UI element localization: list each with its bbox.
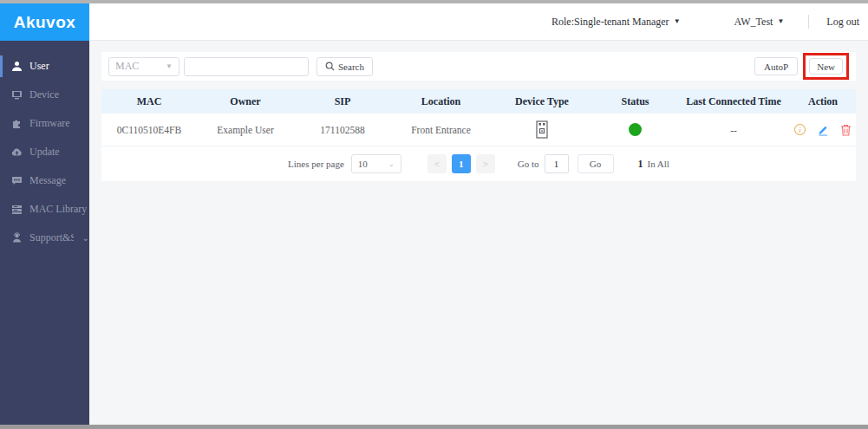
brand-logo-text: Akuvox bbox=[14, 13, 76, 32]
sidebar-nav: User Device Firmware Update Message MAC … bbox=[0, 41, 89, 425]
cell-actions: i bbox=[790, 124, 856, 136]
info-icon[interactable]: i bbox=[794, 124, 806, 135]
device-table: MAC Owner SIP Location Device Type Statu… bbox=[101, 89, 856, 181]
search-icon bbox=[325, 62, 335, 71]
column-header-status: Status bbox=[593, 95, 677, 108]
sidebar-item-support[interactable]: Support&Ser... ⌄ bbox=[0, 224, 89, 252]
filter-field-value: MAC bbox=[115, 60, 139, 73]
filter-field-select[interactable]: MAC ▼ bbox=[108, 57, 179, 76]
sidebar-item-update[interactable]: Update bbox=[0, 138, 89, 166]
goto-page-input[interactable] bbox=[545, 154, 569, 173]
chevron-down-icon: ▼ bbox=[166, 62, 173, 70]
search-input[interactable] bbox=[184, 57, 309, 76]
sidebar-item-label: Firmware bbox=[29, 117, 70, 130]
total-records: 1 In All bbox=[638, 158, 669, 171]
toolbar-right-group: AutoP New bbox=[754, 53, 849, 80]
window-bottom-edge bbox=[0, 425, 868, 429]
lines-per-page-select[interactable]: 10 ⌄ bbox=[351, 154, 401, 173]
column-header-action: Action bbox=[790, 95, 856, 108]
app-window: Akuvox Role:Single-tenant Manager ▼ AW_T… bbox=[0, 0, 868, 429]
sidebar-item-label: Support&Ser... bbox=[29, 231, 74, 244]
search-button[interactable]: Search bbox=[317, 57, 373, 76]
column-header-device-type: Device Type bbox=[491, 95, 593, 108]
goto-label: Go to bbox=[518, 159, 539, 169]
sidebar-item-firmware[interactable]: Firmware bbox=[0, 109, 89, 138]
role-dropdown[interactable]: Role:Single-tenant Manager ▼ bbox=[551, 16, 681, 29]
mac-library-icon bbox=[11, 204, 23, 215]
column-header-location: Location bbox=[391, 95, 491, 108]
support-icon bbox=[11, 232, 23, 244]
pagination-bar: Lines per page 10 ⌄ < 1 > Go to Go 1 In … bbox=[101, 146, 856, 181]
highlight-annotation-box: New bbox=[803, 53, 849, 80]
cell-sip: 171102588 bbox=[294, 125, 391, 135]
column-header-sip: SIP bbox=[294, 95, 391, 108]
page-1-button[interactable]: 1 bbox=[452, 154, 471, 173]
cell-owner: Example User bbox=[197, 125, 294, 135]
header-divider bbox=[808, 15, 809, 29]
user-icon bbox=[11, 61, 23, 72]
sidebar-item-message[interactable]: Message bbox=[0, 166, 89, 195]
column-header-owner: Owner bbox=[197, 95, 294, 108]
column-header-last-connected: Last Connected Time bbox=[677, 95, 790, 108]
cell-device-type bbox=[491, 120, 593, 139]
delete-trash-icon[interactable] bbox=[840, 124, 852, 136]
sidebar-item-device[interactable]: Device bbox=[0, 81, 89, 109]
chevron-down-icon: ▼ bbox=[777, 18, 784, 25]
cell-last-connected: -- bbox=[677, 125, 790, 135]
sidebar-item-label: Message bbox=[29, 174, 66, 187]
cell-mac: 0C110510E4FB bbox=[101, 125, 197, 135]
chevron-down-icon: ⌄ bbox=[82, 233, 89, 243]
sidebar-item-label: MAC Library bbox=[29, 203, 87, 216]
message-bubble-icon bbox=[11, 175, 23, 186]
sidebar-item-label: Device bbox=[29, 88, 59, 101]
chevron-down-icon: ⌄ bbox=[388, 160, 395, 168]
lines-per-page-label: Lines per page bbox=[288, 159, 344, 169]
go-button[interactable]: Go bbox=[578, 154, 614, 173]
autop-button[interactable]: AutoP bbox=[754, 57, 798, 75]
status-online-dot bbox=[629, 123, 642, 136]
table-header-row: MAC Owner SIP Location Device Type Statu… bbox=[101, 89, 856, 114]
top-header: Role:Single-tenant Manager ▼ AW_Test ▼ L… bbox=[89, 3, 868, 41]
update-cloud-icon bbox=[11, 146, 23, 158]
device-icon bbox=[11, 89, 23, 101]
total-label: In All bbox=[648, 159, 669, 169]
account-dropdown[interactable]: AW_Test ▼ bbox=[734, 16, 785, 29]
table-row: 0C110510E4FB Example User 171102588 Fron… bbox=[101, 114, 856, 146]
prev-page-button[interactable]: < bbox=[427, 154, 447, 173]
sidebar-item-user[interactable]: User bbox=[0, 52, 89, 81]
brand-logo: Akuvox bbox=[0, 3, 89, 41]
cell-location: Front Entrance bbox=[391, 125, 491, 135]
account-label: AW_Test bbox=[734, 16, 773, 29]
sidebar-item-label: Update bbox=[29, 146, 60, 159]
logout-button[interactable]: Log out bbox=[826, 16, 859, 29]
sidebar-item-label: User bbox=[29, 60, 49, 73]
toolbar: MAC ▼ Search AutoP New bbox=[101, 52, 856, 81]
new-button[interactable]: New bbox=[809, 58, 843, 75]
next-page-button[interactable]: > bbox=[476, 154, 495, 173]
cell-status bbox=[593, 123, 677, 136]
firmware-icon bbox=[11, 118, 23, 129]
column-header-mac: MAC bbox=[101, 95, 197, 108]
chevron-down-icon: ▼ bbox=[674, 18, 681, 25]
lines-per-page-value: 10 bbox=[358, 159, 368, 169]
role-label: Role:Single-tenant Manager bbox=[551, 16, 669, 29]
total-count: 1 bbox=[638, 158, 643, 171]
sidebar-item-mac-library[interactable]: MAC Library bbox=[0, 195, 89, 224]
door-intercom-icon bbox=[535, 120, 549, 139]
edit-pencil-icon[interactable] bbox=[817, 124, 829, 136]
